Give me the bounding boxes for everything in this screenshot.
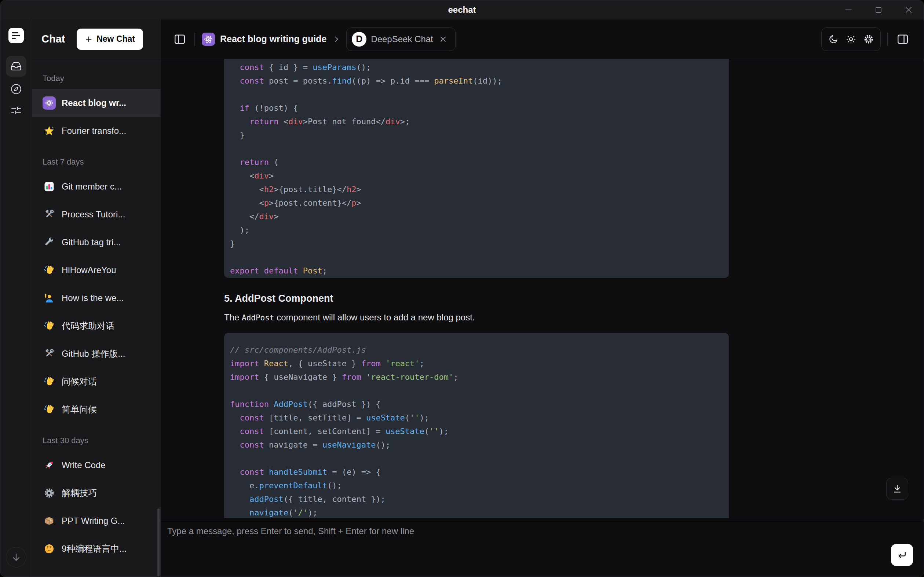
wave-icon [42,319,56,332]
paragraph-text: component will allow users to add a new … [275,312,475,322]
chat-history-item[interactable]: 问候对话 [32,367,160,395]
chat-item-label: Fourier transfo... [61,126,134,136]
sidebar-scrollbar[interactable] [157,508,160,576]
chat-history-item[interactable]: 简单问候 [32,395,160,424]
topic-title: React blog writing guide [220,34,326,44]
new-chat-label: New Chat [97,34,135,44]
chevron-right-icon [332,35,341,43]
window-controls [842,0,915,19]
dark-mode-button[interactable] [825,31,842,48]
scroll-to-bottom-button[interactable] [886,478,908,500]
rail-settings-button[interactable] [6,100,26,121]
rail-chat-button[interactable] [6,56,26,77]
chat-history-item[interactable]: HiHowAreYou [32,256,160,284]
close-tab-button[interactable] [438,34,449,45]
chat-history-item[interactable]: PPT Writing G... [32,507,160,535]
paragraph-text: The [224,312,242,322]
chat-item-label: 问候对话 [61,376,104,387]
section-heading: 5. AddPost Component [224,293,729,304]
chat-item-label: 9种编程语言中... [61,543,134,554]
react-icon [42,97,56,110]
chart-icon [42,180,56,193]
paragraph: The AddPost component will allow users t… [224,312,729,322]
close-icon [439,35,447,44]
code-block-post-component: const { id } = useParams(); const post =… [224,59,729,278]
titlebar[interactable]: eechat [0,0,924,19]
chat-history-item[interactable]: 代码求助对话 [32,312,160,340]
chat-history-item[interactable]: 9种编程语言中... [32,535,160,563]
maximize-icon [874,5,883,14]
react-topic-icon [202,32,215,46]
chat-history-item[interactable]: How is the we... [32,284,160,312]
chat-history-item[interactable]: GitHub 操作版... [32,340,160,367]
wave-icon [42,264,56,277]
rail-scroll-down-button[interactable] [6,547,26,567]
breadcrumb [332,35,341,43]
close-button[interactable] [902,4,915,16]
chat-history-item[interactable]: Process Tutori... [32,200,160,228]
app-logo[interactable] [8,28,24,43]
sliders-icon [10,105,22,116]
toggle-right-panel-button[interactable] [895,31,911,47]
chat-message-area[interactable]: const { id } = useParams(); const post =… [161,59,924,520]
main-header: React blog writing guide D DeepSeek Chat [161,19,924,59]
chat-item-label: 代码求助对话 [61,320,122,332]
tools-icon [42,208,56,221]
chat-item-label: How is the we... [61,293,131,303]
sidebar-header: Chat New Chat [32,19,160,59]
chat-history-item[interactable]: Write Code [32,451,160,479]
chat-history-list: TodayReact blog wr...Fourier transfo...L… [32,59,160,577]
code-block-addpost: // src/components/AddPost.jsimport React… [224,333,729,518]
chat-item-label: React blog wr... [61,98,134,108]
header-divider-2 [887,32,888,46]
maximize-button[interactable] [872,4,885,16]
deepseek-logo: D [352,32,367,47]
gear-icon [863,34,874,45]
chat-history-item[interactable]: GitHub tag tri... [32,228,160,256]
chat-history-item[interactable]: Git member c... [32,172,160,200]
send-button[interactable] [891,544,913,566]
minimize-icon [844,5,853,15]
arrow-down-icon [11,552,22,563]
chat-history-item[interactable]: React blog wr... [32,89,160,117]
inline-code: AddPost [242,313,275,322]
header-divider [194,32,195,46]
react-atom-icon [204,34,213,44]
chat-item-label: 简单问候 [61,404,104,415]
chat-history-item[interactable]: Fourier transfo... [32,117,160,145]
message-input[interactable] [167,526,880,568]
panel-left-icon [173,33,186,45]
tools-icon [42,347,56,360]
main-panel: React blog writing guide D DeepSeek Chat [161,19,924,577]
chat-item-label: Write Code [61,460,113,470]
close-icon [904,5,913,15]
chat-item-label: Process Tutori... [61,210,132,219]
nav-rail [0,19,32,577]
light-mode-button[interactable] [842,31,860,48]
rail-discover-button[interactable] [6,79,26,99]
assistant-message: const { id } = useParams(); const post =… [224,59,729,518]
inbox-icon [11,61,22,72]
app-window: eechat Chat [0,0,924,577]
plus-icon [85,35,93,43]
minimize-button[interactable] [842,4,855,16]
new-chat-button[interactable]: New Chat [77,29,143,50]
think-icon [42,542,56,555]
message-input-bar [161,520,924,577]
chat-history-item[interactable]: 解耦技巧 [32,479,160,507]
raisehand-icon [42,292,56,305]
chat-item-label: Git member c... [61,182,129,192]
gear-icon [42,487,56,500]
wrench-icon [42,236,56,249]
package-icon [42,514,56,527]
section-label: Last 30 days [32,430,160,451]
panel-right-icon [897,33,909,45]
model-tab[interactable]: D DeepSeek Chat [346,27,455,51]
chat-item-label: PPT Writing G... [61,516,132,526]
theme-switcher [821,27,881,51]
toggle-sidebar-button[interactable] [172,31,188,47]
chat-item-label: HiHowAreYou [61,265,124,275]
compass-icon [10,83,22,95]
star-icon [42,124,56,137]
system-theme-button[interactable] [860,31,877,48]
